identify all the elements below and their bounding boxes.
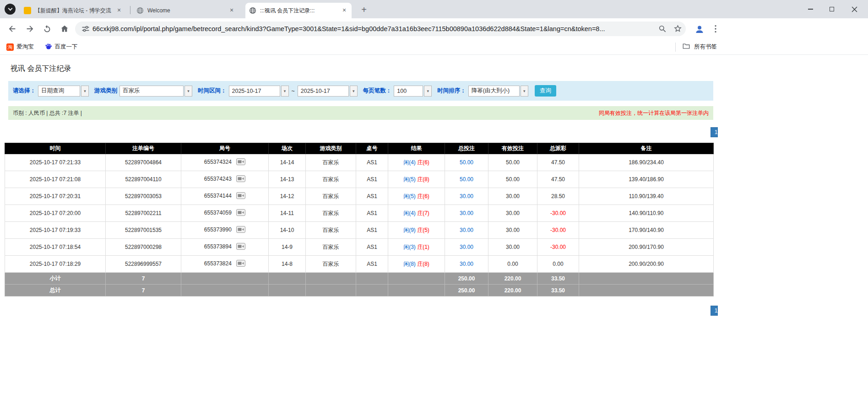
cell-valid-bet: 30.00 [488,239,537,256]
sort-order-input[interactable] [468,86,520,97]
zoom-icon[interactable] [658,24,667,35]
total-bet-link[interactable]: 30.00 [445,188,488,205]
total-bet-link[interactable]: 30.00 [445,239,488,256]
result-banker: 庄(1) [417,244,429,250]
cell-round-id: 655373894 [181,239,269,256]
video-replay-icon[interactable] [236,243,245,251]
validity-notice: 同局有效投注，统一计算在该局第一张注单内 [599,109,709,117]
col-time: 时间 [5,143,106,154]
col-bet-id: 注单编号 [106,143,181,154]
video-replay-icon[interactable] [236,175,245,183]
all-bookmarks-button[interactable]: 所有书签 [675,42,717,52]
new-tab-button[interactable]: + [358,4,370,16]
tab-close-icon[interactable]: × [115,7,123,14]
cell-result: 闲(3) 庄(1) [388,239,445,256]
chevron-down-icon[interactable]: ▾ [281,86,289,97]
total-bet-link[interactable]: 30.00 [445,222,488,239]
page-1-button[interactable]: 1 [711,306,718,316]
total-bet-link[interactable]: 30.00 [445,256,488,273]
cell-game-type: 百家乐 [306,239,356,256]
cell-payout: 28.50 [537,188,579,205]
table-row: 2025-10-17 07:20:31 522897003053 6553741… [5,188,714,205]
cell-payout: -30.00 [537,239,579,256]
browser-chrome: 【新提醒】海燕论坛 - 博学交流 × Welcome × :::视讯 会员下注记… [0,0,868,55]
video-replay-icon[interactable] [236,226,245,234]
site-settings-icon[interactable] [81,24,90,35]
bookmark-taobao[interactable]: 淘 爱淘宝 [6,43,34,51]
address-bar[interactable]: 66cxkj98.com/ipl/portal.php/game/betreco… [75,22,686,36]
tab-close-icon[interactable]: × [228,7,235,14]
tab-forum[interactable]: 【新提醒】海燕论坛 - 博学交流 × [20,3,126,18]
bookmark-baidu[interactable]: 百度一下 [45,43,78,51]
result-player: 闲(8) [403,261,416,267]
chevron-down-icon[interactable]: ▾ [521,86,528,97]
tab-bar: 【新提醒】海燕论坛 - 博学交流 × Welcome × :::视讯 会员下注记… [0,0,868,18]
page-size-input[interactable] [394,86,423,97]
browser-menu-icon[interactable] [711,24,721,34]
video-replay-icon[interactable] [236,192,245,200]
tab-search-button[interactable] [5,4,16,15]
cell-game-type: 百家乐 [306,188,356,205]
result-banker: 庄(7) [417,210,429,216]
query-type-input[interactable] [38,86,80,97]
cell-session: 14-11 [269,205,306,222]
result-banker: 庄(6) [417,193,429,199]
baidu-paw-icon [45,43,52,51]
profile-avatar-icon[interactable] [694,24,704,34]
chevron-down-icon[interactable]: ▾ [424,86,432,97]
game-type-label: 游戏类别 [94,87,117,95]
video-replay-icon[interactable] [236,260,245,268]
col-result: 结果 [388,143,445,154]
tab-title: Welcome [147,7,225,14]
page-1-button[interactable]: 1 [711,127,718,137]
tab-bet-records[interactable]: :::视讯 会员下注记录::: × [245,3,352,18]
cell-payout: 0.00 [537,256,579,273]
game-type-input[interactable] [119,86,184,97]
search-button[interactable]: 查询 [535,85,556,97]
result-banker: 庄(6) [417,159,429,166]
cell-time: 2025-10-17 07:20:00 [5,205,106,222]
maximize-button[interactable] [821,0,842,18]
chevron-down-icon[interactable]: ▾ [350,86,358,97]
chevron-down-icon[interactable]: ▾ [81,86,89,97]
total-bet-link[interactable]: 50.00 [445,171,488,188]
tab-close-icon[interactable]: × [341,7,348,14]
col-game-type: 游戏类别 [306,143,356,154]
video-replay-icon[interactable] [236,209,245,217]
close-window-button[interactable] [844,0,865,18]
result-player: 闲(5) [403,193,416,199]
chevron-down-icon [8,6,12,11]
cell-valid-bet: 50.00 [488,171,537,188]
date-to-combo: ▾ [298,86,358,97]
back-button[interactable] [7,24,17,34]
chevron-down-icon[interactable]: ▾ [184,86,192,97]
tab-title: :::视讯 会员下注记录::: [260,7,338,15]
cell-session: 14-13 [269,171,306,188]
video-replay-icon[interactable] [236,158,245,167]
total-label: 总计 [5,285,106,296]
cell-payout: 47.50 [537,154,579,171]
sort-order-combo: ▾ [468,86,528,97]
total-bet-link[interactable]: 50.00 [445,154,488,171]
total-bet-link[interactable]: 30.00 [445,205,488,222]
bookmark-star-icon[interactable] [673,24,683,35]
result-banker: 庄(8) [417,176,429,183]
forward-button[interactable] [25,24,35,34]
cell-session: 14-14 [269,154,306,171]
taobao-icon: 淘 [6,43,14,51]
forum-favicon-icon [24,7,31,14]
home-button[interactable] [60,24,70,34]
col-note: 备注 [579,143,714,154]
cell-round-id: 655374324 [181,154,269,171]
result-player: 闲(9) [403,227,416,233]
table-row: 2025-10-17 07:18:54 522897000298 6553738… [5,239,714,256]
tab-welcome[interactable]: Welcome × [133,3,239,18]
date-to-input[interactable] [298,86,349,97]
cell-session: 14-10 [269,222,306,239]
subtotal-valid-bet: 220.00 [488,273,537,285]
url-text[interactable]: 66cxkj98.com/ipl/portal.php/game/betreco… [92,22,656,36]
date-from-input[interactable] [229,86,280,97]
page-content: 视讯 会员下注纪录 请选择： ▾ 游戏类别 ▾ 时间区间： ▾ ~ ▾ 每页笔数… [0,55,718,317]
reload-button[interactable] [42,24,52,34]
minimize-button[interactable] [800,0,821,18]
